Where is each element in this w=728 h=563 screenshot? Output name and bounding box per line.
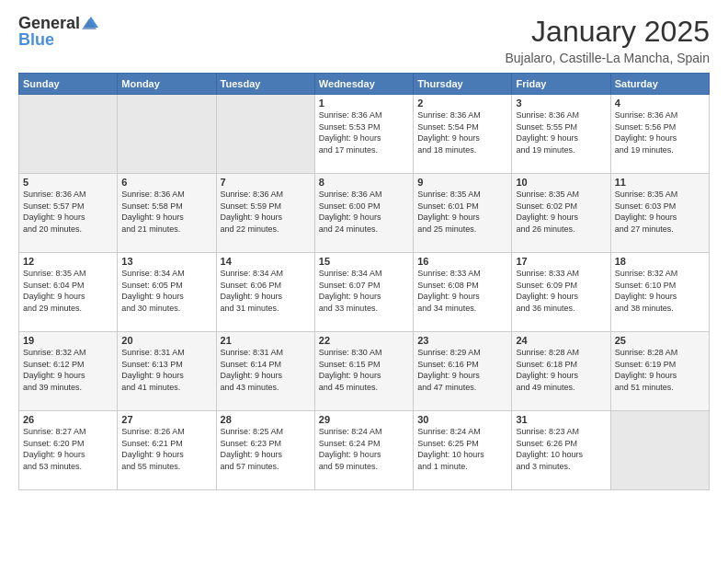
calendar-cell: 22Sunrise: 8:30 AM Sunset: 6:15 PM Dayli… bbox=[314, 332, 413, 411]
calendar-cell: 14Sunrise: 8:34 AM Sunset: 6:06 PM Dayli… bbox=[216, 253, 314, 332]
day-info: Sunrise: 8:23 AM Sunset: 6:26 PM Dayligh… bbox=[516, 426, 606, 472]
day-info: Sunrise: 8:33 AM Sunset: 6:09 PM Dayligh… bbox=[516, 268, 606, 314]
day-info: Sunrise: 8:34 AM Sunset: 6:05 PM Dayligh… bbox=[121, 268, 211, 314]
calendar-cell: 15Sunrise: 8:34 AM Sunset: 6:07 PM Dayli… bbox=[314, 253, 413, 332]
day-number: 26 bbox=[23, 414, 113, 425]
col-monday: Monday bbox=[118, 74, 216, 95]
calendar-cell: 7Sunrise: 8:36 AM Sunset: 5:59 PM Daylig… bbox=[216, 174, 314, 253]
calendar-cell: 25Sunrise: 8:28 AM Sunset: 6:19 PM Dayli… bbox=[610, 332, 709, 411]
calendar-cell: 30Sunrise: 8:24 AM Sunset: 6:25 PM Dayli… bbox=[414, 411, 512, 490]
day-info: Sunrise: 8:35 AM Sunset: 6:04 PM Dayligh… bbox=[23, 268, 113, 314]
calendar-cell: 16Sunrise: 8:33 AM Sunset: 6:08 PM Dayli… bbox=[414, 253, 512, 332]
calendar-cell: 10Sunrise: 8:35 AM Sunset: 6:02 PM Dayli… bbox=[512, 174, 610, 253]
day-info: Sunrise: 8:24 AM Sunset: 6:25 PM Dayligh… bbox=[417, 426, 507, 472]
calendar-cell: 31Sunrise: 8:23 AM Sunset: 6:26 PM Dayli… bbox=[512, 411, 610, 490]
col-sunday: Sunday bbox=[19, 74, 118, 95]
day-number: 8 bbox=[319, 177, 409, 188]
calendar-cell: 13Sunrise: 8:34 AM Sunset: 6:05 PM Dayli… bbox=[118, 253, 216, 332]
day-number: 18 bbox=[615, 256, 705, 267]
calendar-header-row: Sunday Monday Tuesday Wednesday Thursday… bbox=[19, 74, 710, 95]
col-saturday: Saturday bbox=[610, 74, 709, 95]
logo-blue-text: Blue bbox=[18, 31, 54, 48]
day-number: 24 bbox=[516, 335, 606, 346]
calendar-cell: 21Sunrise: 8:31 AM Sunset: 6:14 PM Dayli… bbox=[216, 332, 314, 411]
calendar-cell: 3Sunrise: 8:36 AM Sunset: 5:55 PM Daylig… bbox=[512, 95, 610, 174]
week-row-3: 12Sunrise: 8:35 AM Sunset: 6:04 PM Dayli… bbox=[19, 253, 710, 332]
day-number: 6 bbox=[121, 177, 211, 188]
calendar-cell: 20Sunrise: 8:31 AM Sunset: 6:13 PM Dayli… bbox=[118, 332, 216, 411]
day-info: Sunrise: 8:36 AM Sunset: 5:58 PM Dayligh… bbox=[121, 189, 211, 235]
calendar-cell bbox=[216, 95, 314, 174]
day-info: Sunrise: 8:36 AM Sunset: 6:00 PM Dayligh… bbox=[319, 189, 409, 235]
col-wednesday: Wednesday bbox=[314, 74, 413, 95]
day-info: Sunrise: 8:28 AM Sunset: 6:18 PM Dayligh… bbox=[516, 347, 606, 393]
day-number: 31 bbox=[516, 414, 606, 425]
day-number: 1 bbox=[319, 98, 409, 109]
day-number: 28 bbox=[221, 414, 311, 425]
col-thursday: Thursday bbox=[414, 74, 512, 95]
calendar-cell: 26Sunrise: 8:27 AM Sunset: 6:20 PM Dayli… bbox=[19, 411, 118, 490]
calendar-cell: 1Sunrise: 8:36 AM Sunset: 5:53 PM Daylig… bbox=[314, 95, 413, 174]
day-info: Sunrise: 8:33 AM Sunset: 6:08 PM Dayligh… bbox=[417, 268, 507, 314]
day-number: 30 bbox=[417, 414, 507, 425]
day-number: 20 bbox=[121, 335, 211, 346]
calendar-cell: 27Sunrise: 8:26 AM Sunset: 6:21 PM Dayli… bbox=[118, 411, 216, 490]
calendar-cell: 28Sunrise: 8:25 AM Sunset: 6:23 PM Dayli… bbox=[216, 411, 314, 490]
calendar-cell: 4Sunrise: 8:36 AM Sunset: 5:56 PM Daylig… bbox=[610, 95, 709, 174]
col-tuesday: Tuesday bbox=[216, 74, 314, 95]
calendar-cell: 23Sunrise: 8:29 AM Sunset: 6:16 PM Dayli… bbox=[414, 332, 512, 411]
day-info: Sunrise: 8:35 AM Sunset: 6:01 PM Dayligh… bbox=[417, 189, 507, 235]
day-info: Sunrise: 8:36 AM Sunset: 5:57 PM Dayligh… bbox=[23, 189, 113, 235]
day-number: 15 bbox=[319, 256, 409, 267]
day-number: 12 bbox=[23, 256, 113, 267]
calendar: Sunday Monday Tuesday Wednesday Thursday… bbox=[18, 73, 710, 490]
week-row-5: 26Sunrise: 8:27 AM Sunset: 6:20 PM Dayli… bbox=[19, 411, 710, 490]
day-number: 27 bbox=[121, 414, 211, 425]
calendar-cell: 5Sunrise: 8:36 AM Sunset: 5:57 PM Daylig… bbox=[19, 174, 118, 253]
day-number: 5 bbox=[23, 177, 113, 188]
week-row-2: 5Sunrise: 8:36 AM Sunset: 5:57 PM Daylig… bbox=[19, 174, 710, 253]
day-number: 7 bbox=[221, 177, 311, 188]
day-number: 19 bbox=[23, 335, 113, 346]
calendar-cell: 29Sunrise: 8:24 AM Sunset: 6:24 PM Dayli… bbox=[314, 411, 413, 490]
logo-general-text: General bbox=[18, 15, 80, 31]
day-info: Sunrise: 8:28 AM Sunset: 6:19 PM Dayligh… bbox=[615, 347, 705, 393]
week-row-4: 19Sunrise: 8:32 AM Sunset: 6:12 PM Dayli… bbox=[19, 332, 710, 411]
title-section: January 2025 Bujalaro, Castille-La Manch… bbox=[505, 15, 710, 65]
day-info: Sunrise: 8:36 AM Sunset: 5:59 PM Dayligh… bbox=[221, 189, 311, 235]
calendar-cell bbox=[610, 411, 709, 490]
day-info: Sunrise: 8:36 AM Sunset: 5:55 PM Dayligh… bbox=[516, 109, 606, 155]
calendar-cell bbox=[19, 95, 118, 174]
calendar-cell: 2Sunrise: 8:36 AM Sunset: 5:54 PM Daylig… bbox=[414, 95, 512, 174]
day-number: 23 bbox=[417, 335, 507, 346]
day-info: Sunrise: 8:35 AM Sunset: 6:02 PM Dayligh… bbox=[516, 189, 606, 235]
day-info: Sunrise: 8:36 AM Sunset: 5:54 PM Dayligh… bbox=[417, 109, 507, 155]
logo: General Blue bbox=[18, 15, 98, 48]
day-info: Sunrise: 8:26 AM Sunset: 6:21 PM Dayligh… bbox=[121, 426, 211, 472]
day-number: 2 bbox=[417, 98, 507, 109]
day-number: 29 bbox=[319, 414, 409, 425]
day-info: Sunrise: 8:30 AM Sunset: 6:15 PM Dayligh… bbox=[319, 347, 409, 393]
calendar-cell: 9Sunrise: 8:35 AM Sunset: 6:01 PM Daylig… bbox=[414, 174, 512, 253]
day-info: Sunrise: 8:36 AM Sunset: 5:53 PM Dayligh… bbox=[319, 109, 409, 155]
calendar-cell: 12Sunrise: 8:35 AM Sunset: 6:04 PM Dayli… bbox=[19, 253, 118, 332]
day-number: 14 bbox=[221, 256, 311, 267]
calendar-cell: 19Sunrise: 8:32 AM Sunset: 6:12 PM Dayli… bbox=[19, 332, 118, 411]
calendar-cell: 11Sunrise: 8:35 AM Sunset: 6:03 PM Dayli… bbox=[610, 174, 709, 253]
day-info: Sunrise: 8:36 AM Sunset: 5:56 PM Dayligh… bbox=[615, 109, 705, 155]
month-title: January 2025 bbox=[505, 15, 710, 49]
day-info: Sunrise: 8:31 AM Sunset: 6:13 PM Dayligh… bbox=[121, 347, 211, 393]
logo-icon bbox=[82, 15, 98, 29]
day-info: Sunrise: 8:25 AM Sunset: 6:23 PM Dayligh… bbox=[221, 426, 311, 472]
col-friday: Friday bbox=[512, 74, 610, 95]
day-number: 13 bbox=[121, 256, 211, 267]
day-number: 22 bbox=[319, 335, 409, 346]
day-number: 3 bbox=[516, 98, 606, 109]
day-number: 16 bbox=[417, 256, 507, 267]
week-row-1: 1Sunrise: 8:36 AM Sunset: 5:53 PM Daylig… bbox=[19, 95, 710, 174]
day-info: Sunrise: 8:32 AM Sunset: 6:10 PM Dayligh… bbox=[615, 268, 705, 314]
day-info: Sunrise: 8:34 AM Sunset: 6:07 PM Dayligh… bbox=[319, 268, 409, 314]
day-number: 10 bbox=[516, 177, 606, 188]
day-number: 17 bbox=[516, 256, 606, 267]
calendar-cell: 17Sunrise: 8:33 AM Sunset: 6:09 PM Dayli… bbox=[512, 253, 610, 332]
